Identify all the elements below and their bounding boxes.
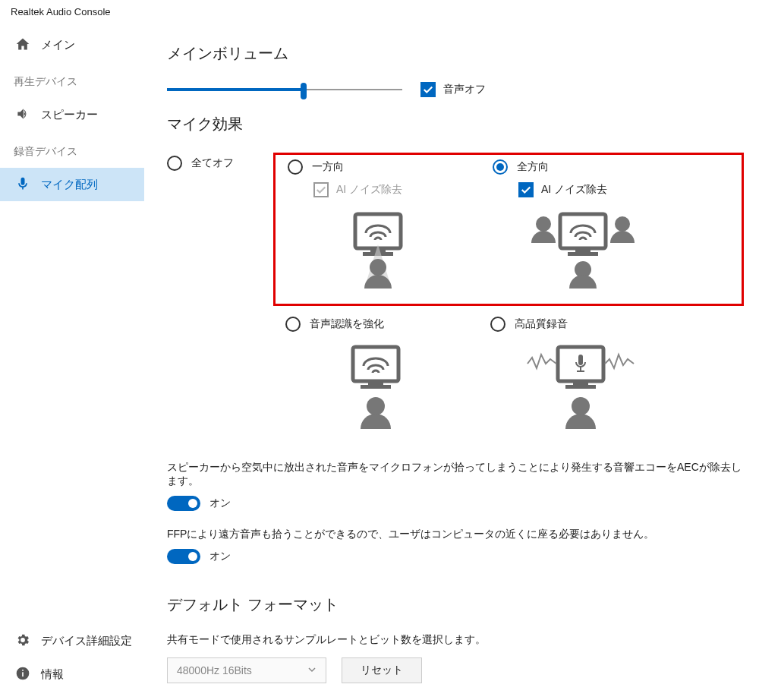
sidebar: メイン 再生デバイス スピーカー 録音デバイス マイク配列 デバイス詳細設定 <box>0 24 144 698</box>
sidebar-item-mic-array[interactable]: マイク配列 <box>0 168 144 201</box>
mute-label: 音声オフ <box>443 83 486 96</box>
radio-label: 全方向 <box>517 160 549 174</box>
radio-icon <box>285 317 301 332</box>
omnidirectional-illustration <box>493 207 673 290</box>
radio-label: 一方向 <box>312 160 344 174</box>
speaker-icon <box>15 106 30 124</box>
main-panel: メインボリューム 音声オフ マイク効果 全てオフ <box>144 24 759 698</box>
svg-point-7 <box>370 259 386 276</box>
voice-recognition-illustration <box>285 339 466 430</box>
ai-noise-label: AI ノイズ除去 <box>541 183 607 197</box>
radio-omnidirectional[interactable]: 全方向 <box>493 159 673 175</box>
svg-rect-19 <box>573 381 588 385</box>
svg-point-12 <box>536 216 551 232</box>
sidebar-item-info[interactable]: 情報 <box>0 657 144 691</box>
radio-label: 高品質録音 <box>515 317 568 331</box>
svg-rect-21 <box>578 355 583 365</box>
radio-hq-recording[interactable]: 高品質録音 <box>490 317 671 332</box>
sidebar-item-main[interactable]: メイン <box>0 28 144 61</box>
ffp-state: オン <box>209 550 231 563</box>
sidebar-header-recording: 録音デバイス <box>0 131 144 168</box>
sidebar-item-label: マイク配列 <box>41 178 98 192</box>
radio-all-off[interactable]: 全てオフ <box>167 156 273 171</box>
volume-title: メインボリューム <box>167 43 744 64</box>
sidebar-item-label: スピーカー <box>41 108 98 122</box>
format-title: デフォルト フォーマット <box>167 594 744 615</box>
ffp-description: FFPにより遠方音声も拾うことができるので、ユーザはコンピュータの近くに座る必要… <box>167 528 744 541</box>
radio-icon <box>167 156 182 171</box>
sidebar-item-label: 情報 <box>41 667 64 682</box>
unidirectional-illustration <box>288 207 468 290</box>
checkbox-icon <box>420 82 436 97</box>
radio-voice-recognition[interactable]: 音声認識を強化 <box>285 317 466 332</box>
reset-label: リセット <box>361 664 403 677</box>
radio-label: 全てオフ <box>191 156 234 170</box>
radio-icon <box>490 317 505 332</box>
ai-noise-checkbox[interactable]: AI ノイズ除去 <box>518 182 673 197</box>
svg-point-13 <box>615 216 630 232</box>
sidebar-item-label: メイン <box>41 38 75 52</box>
chevron-down-icon <box>307 664 317 676</box>
svg-point-24 <box>572 397 590 415</box>
sidebar-item-label: デバイス詳細設定 <box>41 634 132 648</box>
aec-state: オン <box>209 497 231 510</box>
sidebar-header-playback: 再生デバイス <box>0 61 144 98</box>
svg-rect-20 <box>565 385 596 389</box>
svg-rect-10 <box>568 252 598 256</box>
svg-rect-16 <box>361 385 391 389</box>
volume-slider[interactable] <box>167 82 402 97</box>
radio-icon <box>493 159 508 175</box>
gear-icon <box>15 632 30 650</box>
checkbox-icon <box>518 182 534 197</box>
aec-description: スピーカーから空気中に放出された音声をマイクロフォンが拾ってしまうことにより発生… <box>167 461 744 488</box>
svg-rect-2 <box>22 670 24 671</box>
sidebar-item-speakers[interactable]: スピーカー <box>0 98 144 131</box>
checkbox-icon <box>313 182 329 197</box>
home-icon <box>15 36 30 54</box>
ffp-toggle[interactable] <box>167 549 200 564</box>
microphone-icon <box>15 176 30 194</box>
format-select[interactable]: 48000Hz 16Bits <box>167 657 326 683</box>
aec-toggle[interactable] <box>167 496 200 511</box>
format-value: 48000Hz 16Bits <box>177 664 252 676</box>
radio-icon <box>288 159 303 175</box>
reset-button[interactable]: リセット <box>342 657 422 683</box>
effects-title: マイク効果 <box>167 114 744 134</box>
info-icon <box>15 666 30 683</box>
ai-noise-checkbox-disabled: AI ノイズ除去 <box>313 182 468 197</box>
format-description: 共有モードで使用されるサンプルレートとビット数を選択します。 <box>167 633 744 647</box>
app-title: Realtek Audio Console <box>0 0 759 24</box>
ai-noise-label: AI ノイズ除去 <box>336 183 402 197</box>
radio-unidirectional[interactable]: 一方向 <box>288 159 468 175</box>
highlight-box: 一方向 AI ノイズ除去 <box>273 153 744 306</box>
svg-rect-9 <box>575 248 591 252</box>
svg-point-17 <box>367 397 385 415</box>
svg-rect-1 <box>22 672 24 676</box>
svg-rect-15 <box>368 381 383 385</box>
radio-label: 音声認識を強化 <box>310 317 384 331</box>
sidebar-item-device-settings[interactable]: デバイス詳細設定 <box>0 624 144 657</box>
hq-recording-illustration <box>490 339 671 430</box>
mute-checkbox[interactable]: 音声オフ <box>420 82 486 97</box>
